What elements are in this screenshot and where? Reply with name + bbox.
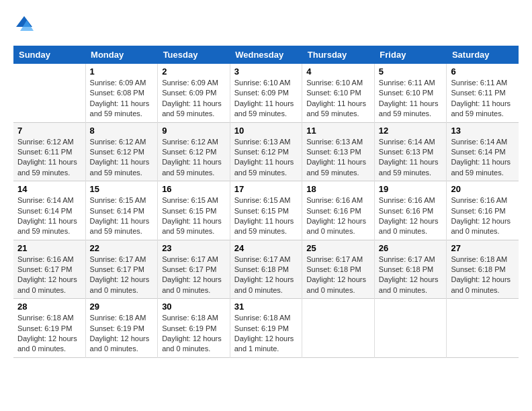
calendar-cell: 2Sunrise: 6:09 AMSunset: 6:09 PMDaylight…: [158, 64, 230, 122]
week-row-1: 1Sunrise: 6:09 AMSunset: 6:08 PMDaylight…: [13, 64, 519, 122]
day-number: 23: [162, 243, 226, 253]
day-number: 21: [17, 243, 81, 253]
day-number: 2: [162, 66, 226, 77]
calendar-cell: 10Sunrise: 6:13 AMSunset: 6:12 PMDayligh…: [230, 122, 302, 181]
day-info: Sunrise: 6:16 AMSunset: 6:17 PMDaylight:…: [17, 255, 81, 296]
calendar-cell: 22Sunrise: 6:17 AMSunset: 6:17 PMDayligh…: [85, 240, 158, 299]
calendar-cell: 20Sunrise: 6:16 AMSunset: 6:16 PMDayligh…: [447, 181, 519, 240]
day-info: Sunrise: 6:13 AMSunset: 6:13 PMDaylight:…: [306, 137, 370, 179]
day-number: 12: [379, 126, 443, 136]
calendar-cell: [302, 299, 375, 358]
calendar-cell: 14Sunrise: 6:14 AMSunset: 6:14 PMDayligh…: [13, 181, 85, 240]
calendar-cell: 3Sunrise: 6:10 AMSunset: 6:09 PMDaylight…: [230, 64, 302, 122]
day-info: Sunrise: 6:12 AMSunset: 6:12 PMDaylight:…: [90, 137, 154, 179]
calendar-cell: 18Sunrise: 6:16 AMSunset: 6:16 PMDayligh…: [302, 181, 375, 240]
day-number: 26: [379, 243, 443, 253]
header-day-wednesday: Wednesday: [230, 46, 302, 64]
day-info: Sunrise: 6:16 AMSunset: 6:16 PMDaylight:…: [306, 195, 370, 237]
week-row-2: 7Sunrise: 6:12 AMSunset: 6:11 PMDaylight…: [13, 122, 519, 181]
calendar-cell: 28Sunrise: 6:18 AMSunset: 6:19 PMDayligh…: [13, 299, 85, 358]
calendar-cell: 21Sunrise: 6:16 AMSunset: 6:17 PMDayligh…: [13, 240, 85, 299]
calendar-cell: [13, 64, 85, 122]
day-number: 5: [379, 66, 443, 77]
day-info: Sunrise: 6:18 AMSunset: 6:19 PMDaylight:…: [162, 313, 226, 355]
day-number: 3: [234, 66, 298, 77]
day-number: 1: [90, 66, 154, 77]
day-number: 25: [306, 243, 370, 253]
calendar-body: 1Sunrise: 6:09 AMSunset: 6:08 PMDaylight…: [13, 64, 519, 357]
day-number: 22: [90, 243, 154, 253]
day-info: Sunrise: 6:15 AMSunset: 6:15 PMDaylight:…: [162, 195, 226, 237]
calendar-cell: 30Sunrise: 6:18 AMSunset: 6:19 PMDayligh…: [158, 299, 230, 358]
day-info: Sunrise: 6:17 AMSunset: 6:18 PMDaylight:…: [379, 255, 443, 296]
calendar-cell: [374, 299, 447, 358]
day-info: Sunrise: 6:18 AMSunset: 6:18 PMDaylight:…: [451, 255, 515, 296]
day-info: Sunrise: 6:17 AMSunset: 6:18 PMDaylight:…: [234, 255, 298, 296]
day-number: 19: [379, 184, 443, 194]
calendar-cell: 29Sunrise: 6:18 AMSunset: 6:19 PMDayligh…: [85, 299, 158, 358]
calendar-cell: 13Sunrise: 6:14 AMSunset: 6:14 PMDayligh…: [447, 122, 519, 181]
week-row-5: 28Sunrise: 6:18 AMSunset: 6:19 PMDayligh…: [13, 299, 519, 358]
day-number: 11: [306, 126, 370, 136]
day-number: 14: [17, 184, 81, 194]
header-day-monday: Monday: [85, 46, 158, 64]
day-info: Sunrise: 6:09 AMSunset: 6:09 PMDaylight:…: [162, 78, 226, 120]
day-info: Sunrise: 6:17 AMSunset: 6:17 PMDaylight:…: [90, 255, 154, 296]
day-info: Sunrise: 6:12 AMSunset: 6:12 PMDaylight:…: [162, 137, 226, 179]
logo: [13, 13, 38, 35]
calendar-cell: 19Sunrise: 6:16 AMSunset: 6:16 PMDayligh…: [374, 181, 447, 240]
logo-icon: [13, 13, 35, 35]
day-info: Sunrise: 6:11 AMSunset: 6:11 PMDaylight:…: [451, 78, 515, 120]
day-number: 8: [90, 126, 154, 136]
day-number: 31: [234, 302, 298, 312]
header-day-tuesday: Tuesday: [158, 46, 230, 64]
day-number: 27: [451, 243, 515, 253]
calendar-cell: 23Sunrise: 6:17 AMSunset: 6:17 PMDayligh…: [158, 240, 230, 299]
calendar-cell: 5Sunrise: 6:11 AMSunset: 6:10 PMDaylight…: [374, 64, 447, 122]
calendar-cell: 25Sunrise: 6:17 AMSunset: 6:18 PMDayligh…: [302, 240, 375, 299]
day-info: Sunrise: 6:17 AMSunset: 6:18 PMDaylight:…: [306, 255, 370, 296]
day-info: Sunrise: 6:12 AMSunset: 6:11 PMDaylight:…: [17, 137, 81, 179]
day-info: Sunrise: 6:14 AMSunset: 6:13 PMDaylight:…: [379, 137, 443, 179]
day-info: Sunrise: 6:18 AMSunset: 6:19 PMDaylight:…: [17, 313, 81, 355]
day-info: Sunrise: 6:15 AMSunset: 6:14 PMDaylight:…: [90, 195, 154, 237]
day-number: 16: [162, 184, 226, 194]
day-info: Sunrise: 6:10 AMSunset: 6:10 PMDaylight:…: [306, 78, 370, 120]
calendar-cell: 9Sunrise: 6:12 AMSunset: 6:12 PMDaylight…: [158, 122, 230, 181]
calendar-cell: 8Sunrise: 6:12 AMSunset: 6:12 PMDaylight…: [85, 122, 158, 181]
day-number: 13: [451, 126, 515, 136]
calendar-header: SundayMondayTuesdayWednesdayThursdayFrid…: [13, 46, 519, 64]
day-number: 6: [451, 66, 515, 77]
calendar-cell: 1Sunrise: 6:09 AMSunset: 6:08 PMDaylight…: [85, 64, 158, 122]
day-number: 20: [451, 184, 515, 194]
day-number: 28: [17, 302, 81, 312]
day-info: Sunrise: 6:14 AMSunset: 6:14 PMDaylight:…: [451, 137, 515, 179]
header-day-saturday: Saturday: [447, 46, 519, 64]
calendar-cell: 16Sunrise: 6:15 AMSunset: 6:15 PMDayligh…: [158, 181, 230, 240]
header-day-sunday: Sunday: [13, 46, 85, 64]
day-number: 30: [162, 302, 226, 312]
day-info: Sunrise: 6:10 AMSunset: 6:09 PMDaylight:…: [234, 78, 298, 120]
day-info: Sunrise: 6:13 AMSunset: 6:12 PMDaylight:…: [234, 137, 298, 179]
calendar-cell: 31Sunrise: 6:18 AMSunset: 6:19 PMDayligh…: [230, 299, 302, 358]
day-number: 10: [234, 126, 298, 136]
day-number: 15: [90, 184, 154, 194]
week-row-4: 21Sunrise: 6:16 AMSunset: 6:17 PMDayligh…: [13, 240, 519, 299]
calendar-cell: 17Sunrise: 6:15 AMSunset: 6:15 PMDayligh…: [230, 181, 302, 240]
day-number: 24: [234, 243, 298, 253]
day-number: 4: [306, 66, 370, 77]
week-row-3: 14Sunrise: 6:14 AMSunset: 6:14 PMDayligh…: [13, 181, 519, 240]
calendar-cell: 26Sunrise: 6:17 AMSunset: 6:18 PMDayligh…: [374, 240, 447, 299]
day-number: 18: [306, 184, 370, 194]
day-info: Sunrise: 6:14 AMSunset: 6:14 PMDaylight:…: [17, 195, 81, 237]
day-info: Sunrise: 6:11 AMSunset: 6:10 PMDaylight:…: [379, 78, 443, 120]
calendar-cell: 7Sunrise: 6:12 AMSunset: 6:11 PMDaylight…: [13, 122, 85, 181]
day-info: Sunrise: 6:16 AMSunset: 6:16 PMDaylight:…: [379, 195, 443, 237]
day-info: Sunrise: 6:16 AMSunset: 6:16 PMDaylight:…: [451, 195, 515, 237]
calendar-cell: 4Sunrise: 6:10 AMSunset: 6:10 PMDaylight…: [302, 64, 375, 122]
day-info: Sunrise: 6:17 AMSunset: 6:17 PMDaylight:…: [162, 255, 226, 296]
day-number: 9: [162, 126, 226, 136]
calendar-cell: 15Sunrise: 6:15 AMSunset: 6:14 PMDayligh…: [85, 181, 158, 240]
calendar-cell: 6Sunrise: 6:11 AMSunset: 6:11 PMDaylight…: [447, 64, 519, 122]
day-info: Sunrise: 6:15 AMSunset: 6:15 PMDaylight:…: [234, 195, 298, 237]
